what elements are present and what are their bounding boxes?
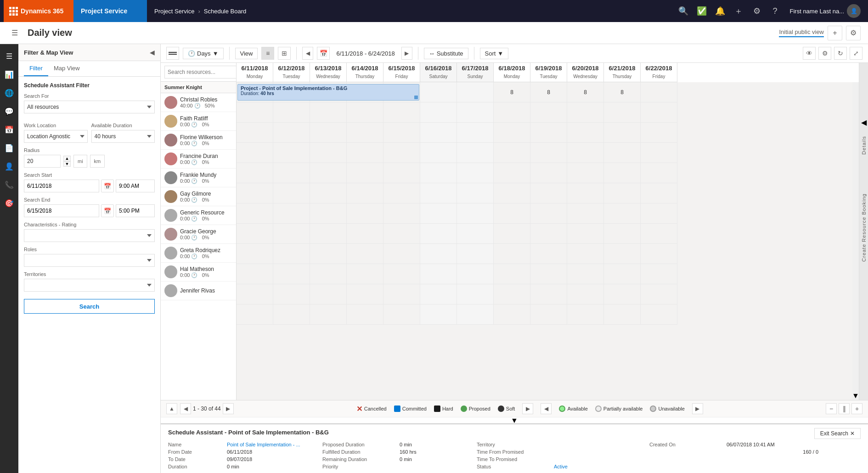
zoom-pause-btn[interactable]: ‖ <box>839 403 850 414</box>
list-item[interactable]: Francine Duran 0:00 🕐 0% <box>161 150 236 169</box>
work-location-select[interactable]: Location Agnostic <box>24 130 88 143</box>
field-value-name[interactable]: Point of Sale Implementation - ... <box>227 442 319 447</box>
grid-cell[interactable] <box>420 163 457 183</box>
grid-cell[interactable] <box>457 244 494 264</box>
grid-cell[interactable] <box>530 102 567 123</box>
filter-tab-map[interactable]: Map View <box>48 61 85 76</box>
grid-cell[interactable] <box>273 264 310 284</box>
list-item[interactable]: Christal Robles 40:00 🕐 50% <box>161 93 236 112</box>
grid-cell[interactable] <box>310 284 347 304</box>
grid-cell[interactable] <box>530 123 567 143</box>
grid-cell[interactable] <box>494 102 530 123</box>
grid-cell[interactable] <box>530 163 567 183</box>
grid-cell[interactable] <box>567 123 604 143</box>
grid-cell[interactable] <box>567 143 604 163</box>
grid-cell[interactable] <box>273 123 310 143</box>
prev-page-btn[interactable]: ◀ <box>180 403 191 414</box>
grid-cell[interactable] <box>604 143 641 163</box>
characteristics-select[interactable] <box>24 229 155 242</box>
grid-cell[interactable] <box>641 284 677 304</box>
grid-cell[interactable] <box>273 143 310 163</box>
search-btn[interactable]: Search <box>24 299 155 314</box>
grid-cell[interactable] <box>567 224 604 244</box>
sidebar-person-icon[interactable]: 👤 <box>1 158 17 175</box>
radius-input[interactable] <box>24 155 61 168</box>
grid-cell[interactable] <box>347 304 383 325</box>
grid-cell[interactable] <box>420 203 457 224</box>
grid-cell[interactable] <box>457 143 494 163</box>
grid-cell[interactable] <box>457 203 494 224</box>
grid-cell[interactable] <box>457 123 494 143</box>
grid-cell[interactable] <box>237 102 273 123</box>
initial-public-view-label[interactable]: Initial public view <box>779 28 824 37</box>
grid-cell[interactable] <box>567 304 604 325</box>
grid-cell[interactable] <box>310 123 347 143</box>
grid-cell[interactable] <box>641 183 677 203</box>
grid-cell[interactable] <box>237 224 273 244</box>
grid-cell[interactable] <box>237 203 273 224</box>
brand-logo[interactable]: Dynamics 365 <box>4 0 73 22</box>
settings-view-btn[interactable]: ⚙ <box>846 26 861 40</box>
grid-cell[interactable] <box>641 203 677 224</box>
filter-collapse-btn[interactable]: ◀ <box>150 49 155 56</box>
grid-cell[interactable] <box>310 102 347 123</box>
grid-cell[interactable] <box>420 183 457 203</box>
grid-cell[interactable] <box>567 284 604 304</box>
zoom-in-btn[interactable]: + <box>851 403 862 414</box>
grid-cell[interactable] <box>494 123 530 143</box>
radius-down-btn[interactable]: ▼ <box>63 161 71 167</box>
search-icon[interactable]: 🔍 <box>676 4 691 18</box>
grid-cell[interactable] <box>567 264 604 284</box>
grid-cell[interactable] <box>604 244 641 264</box>
days-select-btn[interactable]: 🕐 Days ▼ <box>183 48 224 59</box>
grid-cell[interactable] <box>347 284 383 304</box>
grid-cell[interactable] <box>604 264 641 284</box>
plus-icon[interactable]: ＋ <box>731 4 746 18</box>
view-label-btn[interactable]: View <box>235 48 258 59</box>
filter-tab-filter[interactable]: Filter <box>24 61 48 76</box>
grid-cell[interactable] <box>604 123 641 143</box>
details-label[interactable]: Details <box>861 136 867 155</box>
grid-cell[interactable] <box>494 183 530 203</box>
grid-cell[interactable] <box>457 102 494 123</box>
substitute-btn[interactable]: ↔ Substitute <box>424 48 468 59</box>
list-item[interactable]: Florine Wilkerson 0:00 🕐 0% <box>161 131 236 150</box>
grid-cell[interactable] <box>494 163 530 183</box>
radius-km-btn[interactable]: km <box>90 155 105 168</box>
grid-cell[interactable] <box>383 102 420 123</box>
grid-cell[interactable] <box>457 284 494 304</box>
grid-cell[interactable] <box>383 203 420 224</box>
grid-cell[interactable] <box>310 143 347 163</box>
grid-cell[interactable] <box>383 244 420 264</box>
grid-cell[interactable] <box>604 163 641 183</box>
grid-cell[interactable] <box>347 224 383 244</box>
grid-cell[interactable] <box>494 224 530 244</box>
grid-cell[interactable] <box>457 82 494 102</box>
grid-cell[interactable] <box>347 264 383 284</box>
grid-cell[interactable] <box>530 264 567 284</box>
grid-cell[interactable] <box>310 264 347 284</box>
grid-cell[interactable] <box>530 224 567 244</box>
add-view-btn[interactable]: + <box>828 26 842 40</box>
sort-btn[interactable]: Sort ▼ <box>480 48 509 59</box>
legend-next-btn[interactable]: ▶ <box>522 403 533 414</box>
grid-cell[interactable] <box>641 82 677 102</box>
grid-cell[interactable] <box>494 304 530 325</box>
settings-icon[interactable]: ⚙ <box>750 4 764 18</box>
grid-cell[interactable] <box>237 244 273 264</box>
sidebar-target-icon[interactable]: 🎯 <box>1 195 17 211</box>
list-item[interactable]: Generic Resource 0:00 🕐 0% <box>161 206 236 225</box>
list-item[interactable]: Gay Gilmore 0:00 🕐 0% <box>161 187 236 206</box>
sidebar-calendar-icon[interactable]: 📅 <box>1 121 17 138</box>
list-item[interactable]: Hal Matheson 0:00 🕐 0% <box>161 263 236 282</box>
bell-icon[interactable]: 🔔 <box>713 4 727 18</box>
list-item[interactable]: Gracie George 0:00 🕐 0% <box>161 225 236 244</box>
legend-prev-btn[interactable]: ◀ <box>541 403 552 414</box>
grid-cell[interactable] <box>567 102 604 123</box>
grid-cell[interactable] <box>383 143 420 163</box>
grid-cell[interactable] <box>641 244 677 264</box>
search-end-cal-btn[interactable]: 📅 <box>101 204 114 217</box>
user-menu[interactable]: First name Last na... 👤 <box>786 4 865 18</box>
settings-grid-btn[interactable]: ⚙ <box>818 47 831 60</box>
grid-cell[interactable] <box>494 284 530 304</box>
